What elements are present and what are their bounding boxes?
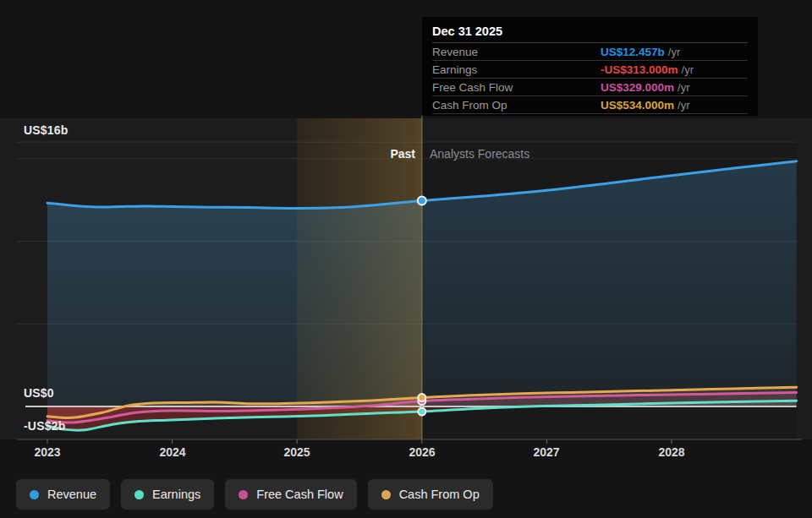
x-axis-label: 2024 [159,445,185,459]
legend-label: Earnings [152,488,200,501]
past-year-band-tint [297,118,422,439]
marker-earnings [418,408,425,416]
tooltip-unit: /yr [678,81,689,94]
tooltip-date: Dec 31 2025 [432,21,748,43]
earnings-dot-icon [134,490,144,499]
x-axis-label: 2025 [283,445,310,459]
free-cash-flow-dot-icon [239,490,248,499]
legend-item-revenue[interactable]: Revenue [16,479,110,510]
x-axis-label: 2023 [34,445,60,459]
tooltip-value: US$534.000m [601,99,674,112]
marker-revenue [418,196,426,204]
tooltip-unit: /yr [678,99,689,112]
cash-from-op-dot-icon [381,490,391,499]
legend-item-earnings[interactable]: Earnings [121,479,214,510]
earnings-revenue-growth-chart: US$16b US$0 -US$2b Past Analysts Forecas… [0,0,812,518]
legend-label: Cash From Op [399,488,480,501]
tooltip-label: Revenue [432,46,601,58]
revenue-dot-icon [30,490,39,499]
tooltip-row-cash-from-op: Cash From Op US$534.000m /yr [432,96,748,114]
legend-item-cash-from-op[interactable]: Cash From Op [368,479,493,510]
tooltip-value: US$329.000m [601,81,674,94]
forecasts-label: Analysts Forecasts [430,147,529,161]
tooltip-unit: /yr [682,63,694,76]
tooltip-value: -US$313.000m [601,63,678,76]
y-axis-label-top: US$16b [24,123,69,137]
chart-legend: Revenue Earnings Free Cash Flow Cash Fro… [16,479,493,510]
hover-tooltip: Dec 31 2025 Revenue US$12.457b /yr Earni… [422,17,758,116]
legend-item-free-cash-flow[interactable]: Free Cash Flow [225,479,356,510]
legend-label: Free Cash Flow [256,488,343,501]
marker-cash-from-op [418,394,425,401]
legend-label: Revenue [47,488,96,501]
tooltip-label: Cash From Op [432,99,601,112]
x-axis-label: 2026 [409,445,435,459]
tooltip-row-revenue: Revenue US$12.457b /yr [432,43,748,61]
y-axis-label-bottom: -US$2b [24,419,65,433]
tooltip-label: Earnings [432,63,601,76]
tooltip-row-free-cash-flow: Free Cash Flow US$329.000m /yr [432,79,748,96]
tooltip-value: US$12.457b [601,46,665,58]
tooltip-label: Free Cash Flow [432,81,601,94]
x-axis-label: 2027 [533,445,559,459]
x-axis-label: 2028 [658,445,684,459]
past-label: Past [0,147,415,161]
y-axis-label-zero: US$0 [24,386,54,400]
tooltip-unit: /yr [668,46,680,58]
tooltip-row-earnings: Earnings -US$313.000m /yr [432,61,748,79]
